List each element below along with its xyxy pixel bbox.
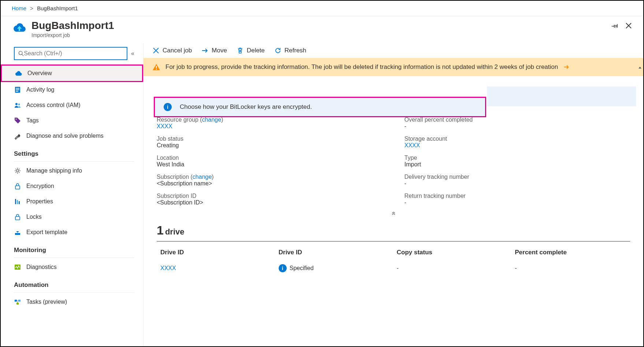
svg-rect-14 xyxy=(15,217,20,220)
location-label: Location xyxy=(157,155,383,161)
arrow-right-icon xyxy=(563,64,570,70)
return-tracking-value: - xyxy=(405,199,630,206)
subscription-id-label: Subscription ID xyxy=(157,193,383,199)
cloud-icon xyxy=(15,70,22,77)
page-header: BugBashImport1 Import/export job xyxy=(1,16,643,43)
sidebar-item-manage-shipping[interactable]: Manage shipping info xyxy=(1,163,143,178)
sidebar-label: Tags xyxy=(26,117,39,124)
copy-status: - xyxy=(394,261,511,276)
delete-button[interactable]: Delete xyxy=(237,47,265,54)
tags-icon xyxy=(14,117,21,124)
divider xyxy=(14,258,134,258)
info-banner[interactable]: i Choose how your BitLocker keys are enc… xyxy=(154,97,486,117)
sidebar-item-access-control[interactable]: Access control (IAM) xyxy=(1,97,143,113)
log-icon xyxy=(14,86,21,93)
sidebar-label: Manage shipping info xyxy=(26,167,82,174)
sidebar-label: Properties xyxy=(26,198,53,205)
sidebar-item-export-template[interactable]: Export template xyxy=(1,225,143,240)
people-icon xyxy=(14,101,21,109)
export-icon xyxy=(14,229,21,236)
page-title: BugBashImport1 xyxy=(31,20,114,32)
sidebar-item-tags[interactable]: Tags xyxy=(1,113,143,128)
toolbar-label: Delete xyxy=(247,47,265,54)
tasks-icon xyxy=(14,298,21,306)
gear-icon xyxy=(14,167,21,174)
resource-group-label: Resource group (change) xyxy=(157,117,223,123)
sidebar-item-properties[interactable]: Properties xyxy=(1,194,143,209)
drives-table: Drive ID Drive ID Copy status Percent co… xyxy=(157,244,630,277)
sidebar-label: Tasks (preview) xyxy=(26,299,67,305)
drive-status: iSpecified xyxy=(276,261,393,276)
divider xyxy=(14,161,134,162)
svg-rect-5 xyxy=(16,91,18,92)
svg-rect-11 xyxy=(15,199,16,204)
storage-account-value[interactable]: XXXX xyxy=(405,142,630,149)
svg-point-9 xyxy=(16,170,19,172)
search-input[interactable] xyxy=(24,50,123,57)
scrollbar-up-icon[interactable] xyxy=(637,65,643,70)
sidebar-label: Encryption xyxy=(26,183,54,189)
sidebar: « Overview Activity log Access control (… xyxy=(1,43,144,347)
page-subtitle: Import/export job xyxy=(31,32,114,38)
drives-heading: 1drive xyxy=(157,223,630,241)
subscription-label: Subscription (change) xyxy=(157,174,214,180)
properties-icon xyxy=(14,198,21,205)
svg-rect-19 xyxy=(16,303,19,304)
sidebar-item-diagnose[interactable]: Diagnose and solve problems xyxy=(1,128,143,144)
percent-complete: - xyxy=(512,261,629,276)
change-resource-group-link[interactable]: change xyxy=(202,117,222,123)
col-percent-complete[interactable]: Percent complete xyxy=(512,245,629,260)
divider xyxy=(14,292,134,293)
toolbar: Cancel job Move Delete Refresh xyxy=(144,43,643,58)
sidebar-item-diagnostics[interactable]: Diagnostics xyxy=(1,259,143,275)
pin-icon[interactable] xyxy=(611,22,618,30)
warning-banner[interactable]: For job to progress, provide the trackin… xyxy=(144,58,643,76)
sidebar-item-overview[interactable]: Overview xyxy=(1,64,143,82)
svg-line-1 xyxy=(22,54,23,56)
col-drive-id-2[interactable]: Drive ID xyxy=(276,245,393,260)
breadcrumb-sep: > xyxy=(30,5,33,11)
subscription-id-value: <Subscription ID> xyxy=(157,199,383,206)
info-text: Choose how your BitLocker keys are encry… xyxy=(180,103,312,111)
sidebar-item-locks[interactable]: Locks xyxy=(1,209,143,225)
cancel-job-button[interactable]: Cancel job xyxy=(152,47,192,54)
refresh-button[interactable]: Refresh xyxy=(274,47,306,54)
sidebar-label: Locks xyxy=(26,214,42,220)
main-content: Cancel job Move Delete Refresh For job t… xyxy=(144,43,643,347)
info-icon: i xyxy=(279,264,287,272)
import-export-icon xyxy=(12,20,27,35)
essentials-grid: Resource group (change) XXXX Job status … xyxy=(144,106,643,207)
sidebar-item-encryption[interactable]: Encryption xyxy=(1,178,143,194)
change-subscription-link[interactable]: change xyxy=(193,174,212,180)
move-button[interactable]: Move xyxy=(201,47,227,54)
sidebar-label: Overview xyxy=(27,70,52,77)
wrench-icon xyxy=(14,132,21,140)
sidebar-item-activity-log[interactable]: Activity log xyxy=(1,82,143,97)
svg-rect-13 xyxy=(19,201,20,204)
warning-icon xyxy=(152,63,160,71)
collapse-sidebar-icon[interactable]: « xyxy=(131,50,134,57)
sidebar-label: Export template xyxy=(26,229,67,236)
col-copy-status[interactable]: Copy status xyxy=(394,245,511,260)
info-banner-bg xyxy=(487,86,636,106)
drive-id-link[interactable]: XXXX xyxy=(157,261,275,276)
sidebar-item-tasks[interactable]: Tasks (preview) xyxy=(1,294,143,310)
table-row[interactable]: XXXX iSpecified - - xyxy=(157,261,629,276)
sidebar-section-automation: Automation xyxy=(1,275,143,291)
svg-rect-17 xyxy=(15,300,17,302)
resource-group-value[interactable]: XXXX xyxy=(157,123,383,130)
toolbar-label: Cancel job xyxy=(163,47,192,54)
lock-icon xyxy=(14,182,21,190)
col-drive-id[interactable]: Drive ID xyxy=(157,245,275,260)
close-icon[interactable] xyxy=(625,22,632,30)
type-value: Import xyxy=(405,161,630,168)
svg-rect-21 xyxy=(156,69,157,70)
toolbar-label: Move xyxy=(212,47,227,54)
breadcrumb-current: BugBashImport1 xyxy=(37,5,78,11)
sidebar-label: Diagnose and solve problems xyxy=(26,133,104,139)
breadcrumb-home[interactable]: Home xyxy=(12,5,26,11)
collapse-essentials[interactable] xyxy=(144,207,643,219)
svg-rect-20 xyxy=(156,66,157,69)
job-status-value: Creating xyxy=(157,142,383,149)
search-input-wrapper[interactable] xyxy=(14,47,127,60)
